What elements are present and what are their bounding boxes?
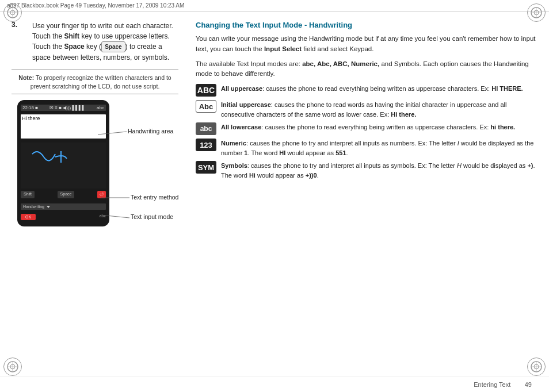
mode-badge-abc-upper: ABC <box>196 84 216 97</box>
main-content: 3. Use your finger tip to write out each… <box>0 11 549 381</box>
section-para2: The available Text Input modes are: abc,… <box>196 59 537 80</box>
phone-enter-btn[interactable]: ⏎ <box>97 191 106 198</box>
mode-desc-sym: Symbols: causes the phone to try and int… <box>221 161 537 180</box>
right-column: Changing the Text Input Mode - Handwriti… <box>196 21 537 375</box>
phone-area: 22:18 ■ ✉ ≡ ■ ◀))) ▌▌▌▌ abc Hi there <box>12 100 178 261</box>
mode-badge-123: 123 <box>196 139 216 151</box>
note-box: Note: To properly recognize the written … <box>12 70 178 94</box>
shift-keyword: Shift <box>64 32 79 40</box>
phone-mockup: 22:18 ■ ✉ ≡ ■ ◀))) ▌▌▌▌ abc Hi there <box>17 100 109 226</box>
phone-shift-space-row: Shift Space ⏎ <box>21 191 106 198</box>
mode-badge-abc-lower: abc <box>196 122 216 135</box>
footer-bar: Entering Text 49 <box>0 376 549 392</box>
corner-decoration-br <box>527 358 546 376</box>
mode-row-sym: SYM Symbols: causes the phone to try and… <box>196 161 537 180</box>
step-3-block: 3. Use your finger tip to write out each… <box>12 21 178 63</box>
space-key-icon: Space <box>101 41 125 52</box>
header-text: a897 Blackbox.book Page 49 Tuesday, Nove… <box>7 2 184 9</box>
phone-space-key[interactable]: Space <box>58 191 75 198</box>
mode-row-123: 123 Numeric: causes the phone to try and… <box>196 139 537 157</box>
input-select-keyword: Input Select <box>264 45 302 52</box>
mode-desc-abc-upper: All uppercase: causes the phone to read … <box>221 84 523 94</box>
callout-handwriting-area: Handwriting area <box>128 128 173 134</box>
input-mode-list: ABC All uppercase: causes the phone to r… <box>196 84 537 180</box>
header-bar: a897 Blackbox.book Page 49 Tuesday, Nove… <box>0 0 549 11</box>
mode-badge-sym: SYM <box>196 161 216 174</box>
left-column: 3. Use your finger tip to write out each… <box>12 21 178 375</box>
mode-row-abc-upper: ABC All uppercase: causes the phone to r… <box>196 84 537 97</box>
callout-text-entry-method: Text entry method <box>131 194 178 201</box>
mode-desc-abc-lower: All lowercase: causes the phone to read … <box>221 122 515 132</box>
corner-decoration-tr <box>527 3 546 22</box>
corner-decoration-bl <box>3 358 22 376</box>
dropdown-arrow-icon[interactable] <box>47 206 50 208</box>
phone-ok-abc-row: OK abc <box>21 214 106 220</box>
phone-shift-key[interactable]: Shift <box>21 191 35 198</box>
corner-decoration-tl <box>3 3 22 22</box>
phone-handwriting-area <box>21 143 106 189</box>
callout-text-input-mode: Text input mode <box>131 213 173 220</box>
phone-input-area: Hi there <box>21 114 106 139</box>
footer-text: Entering Text 49 <box>474 381 532 388</box>
section-para1: You can write your message using the Han… <box>196 34 537 55</box>
phone-abc-label: abc <box>100 214 106 220</box>
phone-ok-key[interactable]: OK <box>21 214 36 220</box>
phone-status-bar: 22:18 ■ ✉ ≡ ■ ◀))) ▌▌▌▌ abc <box>21 105 106 111</box>
mode-row-abc-lower: abc All lowercase: causes the phone to r… <box>196 122 537 135</box>
phone-handwriting-mode-row: Handwriting <box>21 203 106 210</box>
step-number: 3. <box>12 21 17 63</box>
mode-desc-abc-init: Initial uppercase: causes the phone to r… <box>221 100 537 119</box>
step-text: Use your finger tip to write out each ch… <box>32 21 178 63</box>
mode-desc-123: Numeric: causes the phone to try and int… <box>221 139 537 157</box>
mode-row-abc-init: Abc Initial uppercase: causes the phone … <box>196 100 537 119</box>
section-title: Changing the Text Input Mode - Handwriti… <box>196 21 537 29</box>
space-keyword: Space <box>64 43 84 51</box>
mode-badge-abc-init: Abc <box>196 100 216 113</box>
